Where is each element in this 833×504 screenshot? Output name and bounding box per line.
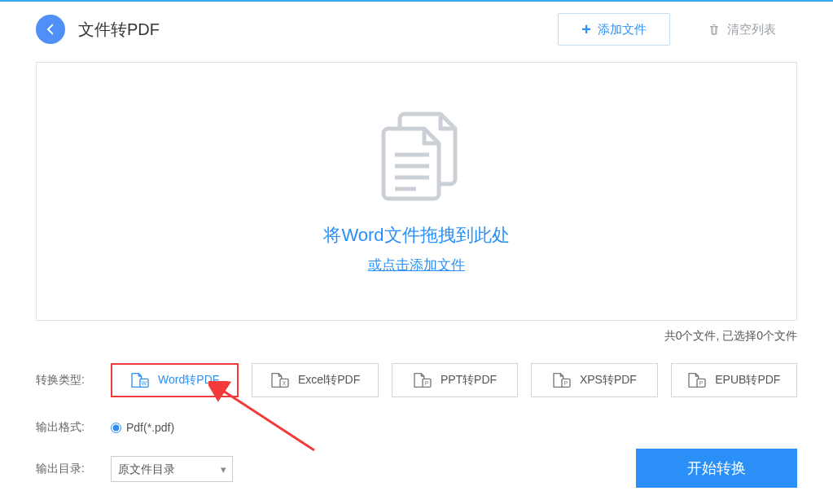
convert-type-label: PPT转PDF (441, 373, 497, 388)
filetype-icon: W (130, 372, 150, 388)
file-count-status: 共0个文件, 已选择0个文件 (36, 329, 797, 344)
page-title: 文件转PDF (78, 19, 558, 41)
svg-text:P: P (564, 380, 568, 386)
output-dir-select-wrap: 原文件目录 (111, 456, 233, 482)
filetype-icon: P (413, 372, 432, 388)
output-dir-label: 输出目录: (36, 462, 111, 476)
filetype-icon: X (270, 372, 290, 388)
drop-zone-title: 将Word文件拖拽到此处 (323, 223, 509, 248)
document-stack-icon (364, 109, 470, 207)
convert-type-label: XPS转PDF (580, 373, 637, 388)
svg-text:W: W (142, 380, 147, 386)
plus-icon: + (581, 21, 591, 37)
convert-type-label: Word转PDF (158, 373, 219, 388)
header-bar: 文件转PDF + 添加文件 清空列表 (0, 2, 833, 62)
convert-type-row: 转换类型: WWord转PDFXExcel转PDFPPPT转PDFPXPS转PD… (36, 363, 797, 397)
clear-list-button[interactable]: 清空列表 (686, 13, 797, 46)
output-format-label: 输出格式: (36, 420, 111, 435)
convert-type-option[interactable]: PPPT转PDF (392, 363, 518, 397)
convert-type-option[interactable]: XExcel转PDF (252, 363, 378, 397)
convert-type-label: EPUB转PDF (715, 373, 780, 388)
drop-zone-add-link[interactable]: 或点击添加文件 (368, 256, 465, 274)
convert-type-label: Excel转PDF (298, 373, 360, 388)
convert-type-label: 转换类型: (36, 373, 111, 388)
add-file-label: 添加文件 (598, 22, 647, 37)
back-button[interactable] (36, 15, 65, 44)
convert-type-option[interactable]: PEPUB转PDF (671, 363, 797, 397)
add-file-button[interactable]: + 添加文件 (558, 13, 670, 46)
output-format-row: 输出格式: Pdf(*.pdf) (36, 420, 797, 435)
convert-type-group: WWord转PDFXExcel转PDFPPPT转PDFPXPS转PDFPEPUB… (111, 363, 797, 397)
output-format-value: Pdf(*.pdf) (126, 421, 174, 434)
start-convert-button[interactable]: 开始转换 (636, 449, 797, 488)
svg-text:P: P (425, 380, 429, 386)
convert-type-option[interactable]: PXPS转PDF (531, 363, 657, 397)
trash-icon (708, 23, 721, 36)
drop-zone[interactable]: 将Word文件拖拽到此处 或点击添加文件 (36, 62, 797, 321)
output-format-radio-input[interactable] (111, 423, 121, 433)
arrow-left-icon (43, 22, 58, 37)
svg-text:X: X (283, 380, 287, 386)
output-dir-select[interactable]: 原文件目录 (111, 456, 233, 482)
output-format-pdf-radio[interactable]: Pdf(*.pdf) (111, 421, 174, 434)
svg-text:P: P (699, 380, 704, 386)
convert-type-option[interactable]: WWord转PDF (111, 363, 239, 397)
clear-list-label: 清空列表 (727, 22, 776, 37)
filetype-icon: P (552, 372, 572, 388)
filetype-icon: P (687, 372, 707, 388)
